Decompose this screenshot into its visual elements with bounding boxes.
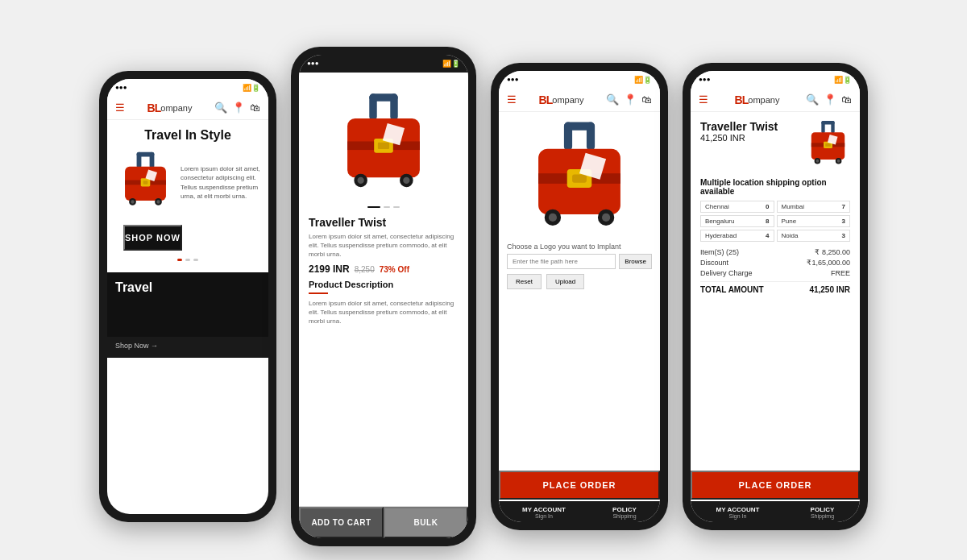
logo-3: BL [539,93,553,106]
company-3: ompany [552,95,583,105]
total-row: TOTAL AMOUNT 41,250 INR [700,281,850,294]
travel-label: Travel [115,280,152,295]
count-noida: 3 [842,232,845,239]
search-icon[interactable]: 🔍 [214,102,227,114]
policy-label-4: POLICY [811,506,835,513]
svg-rect-30 [572,174,587,182]
sign-in-link-3[interactable]: Sign In [522,513,566,519]
reset-button[interactable]: Reset [507,274,542,289]
cart-icon-3[interactable]: 🛍 [641,93,652,106]
action-row: Reset Upload [507,274,652,289]
price-main-2: 2199 INR [309,263,350,275]
status-bar-1: ●●● 📶🔋 [107,79,268,97]
red-underline-2 [309,292,328,294]
svg-point-47 [837,159,840,162]
product-desc-2: Lorem ipsum dolor sit amet, consectetur … [309,232,459,259]
section-title-2: Product Description [309,280,459,289]
my-account-label-4: MY ACCOUNT [716,506,760,513]
nav-icons-1: 🔍 📍 🛍 [214,102,260,114]
order-product-name: Traveller Twist [700,120,799,133]
my-account-col-3: MY ACCOUNT Sign In [522,506,566,519]
count-hyderabad: 4 [766,232,769,239]
nav-icons-4: 🔍 📍 🛍 [806,93,852,106]
items-value: ₹ 8,250.00 [815,248,850,256]
nav-icons-3: 🔍 📍 🛍 [606,93,652,106]
location-icon[interactable]: 📍 [232,102,245,114]
shipping-link-3[interactable]: Shippimg [612,513,637,519]
delivery-row: Delivery Charge FREE [700,269,850,277]
order-product-price: 41,250 INR [700,133,799,143]
shop-now-button[interactable]: SHOP NOW [123,225,182,251]
policy-label-3: POLICY [612,506,637,513]
hamburger-icon[interactable]: ☰ [115,102,125,114]
items-label: Item(S) (25) [700,248,739,256]
shipping-link-4[interactable]: Shippimg [811,513,835,519]
bottom-actions: ADD TO CART BULK [299,506,468,538]
hamburger-icon-4[interactable]: ☰ [699,93,708,106]
bulk-button[interactable]: BULK [384,507,468,538]
shipping-cell-pune: Pune 3 [777,215,851,227]
city-bengaluru: Bengaluru [705,218,734,225]
svg-rect-14 [369,93,397,101]
shipping-cell-chennai: Chennai 0 [700,201,774,213]
status-bar-3: ●●● 📶🔋 [499,71,660,89]
shipping-cell-noida: Noida 3 [777,230,851,242]
order-product-row: Traveller Twist 41,250 INR [700,120,850,172]
file-path-input[interactable] [507,254,616,269]
logo-4: BL [735,93,749,106]
footer-nav-4: MY ACCOUNT Sign In POLICY Shippimg [691,501,860,522]
svg-point-33 [549,213,557,221]
svg-point-35 [602,213,610,221]
phone-3: ●●● 📶🔋 ☰ BL ompany 🔍 📍 🛍 [491,63,668,530]
hero-text: Lorem ipsum dolor sit amet, consectetur … [181,164,260,201]
company-1: ompany [160,103,192,113]
order-product-image [806,120,850,172]
count-bengaluru: 8 [766,218,769,225]
cart-icon[interactable]: 🛍 [250,102,260,114]
location-icon-4[interactable]: 📍 [824,93,836,106]
svg-rect-6 [143,180,148,184]
hero-title: Travel In Style [115,128,260,143]
shop-now-link[interactable]: Shop Now → [115,342,260,350]
shipping-cell-hyderabad: Hyderabad 4 [700,230,774,242]
phone-1: ●●● 📶🔋 ☰ BL ompany 🔍 📍 🛍 Travel In Style [99,71,276,522]
customize-label: Choose a Logo you want to Implant [507,243,652,251]
svg-rect-26 [564,122,595,130]
items-row: Item(S) (25) ₹ 8,250.00 [700,248,850,256]
phone-4: ●●● 📶🔋 ☰ BL ompany 🔍 📍 🛍 [683,63,868,530]
search-icon-4[interactable]: 🔍 [806,93,819,106]
product-name-2: Traveller Twist [309,216,459,229]
shipping-grid: Chennai 0 Mumbai 7 Bengaluru 8 Pune 3 [700,201,850,242]
total-value: 41,250 INR [809,285,850,294]
my-account-label-3: MY ACCOUNT [522,506,566,513]
policy-col-4: POLICY Shippimg [811,506,835,519]
shipping-cell-mumbai: Mumbai 7 [777,201,851,213]
svg-rect-42 [825,143,831,146]
price-old-2: 8,250 [355,265,375,274]
city-pune: Pune [782,218,797,225]
place-order-button-3[interactable]: PLACE ORDER [499,471,660,500]
customize-section: Choose a Logo you want to Implant Browse… [499,236,660,471]
discount-value: ₹1,65,000.00 [807,259,850,267]
hero-bag-image [115,149,176,217]
add-to-cart-button[interactable]: ADD TO CART [299,507,384,538]
svg-point-45 [816,159,820,162]
discount-label: Discount [700,259,728,267]
discount-row: Discount ₹1,65,000.00 [700,259,850,267]
file-input-row: Browse [507,254,652,269]
svg-point-23 [403,176,409,183]
upload-button[interactable]: Upload [546,274,584,289]
browse-button[interactable]: Browse [619,254,652,269]
location-icon-3[interactable]: 📍 [624,93,637,106]
hero-section: Travel In Style [107,120,268,272]
cart-icon-4[interactable]: 🛍 [841,93,852,106]
carousel-dots [115,259,260,261]
travel-card: Travel [107,272,268,337]
sign-in-link-4[interactable]: Sign In [716,513,760,519]
place-order-button-4[interactable]: PLACE ORDER [691,471,860,500]
shipping-cell-bengaluru: Bengaluru 8 [700,215,774,227]
city-hyderabad: Hyderabad [705,232,737,239]
search-icon-3[interactable]: 🔍 [606,93,619,106]
product-detail-desc: Lorem ipsum dolor sit amet, consectetur … [309,299,459,326]
hamburger-icon-3[interactable]: ☰ [507,93,517,106]
